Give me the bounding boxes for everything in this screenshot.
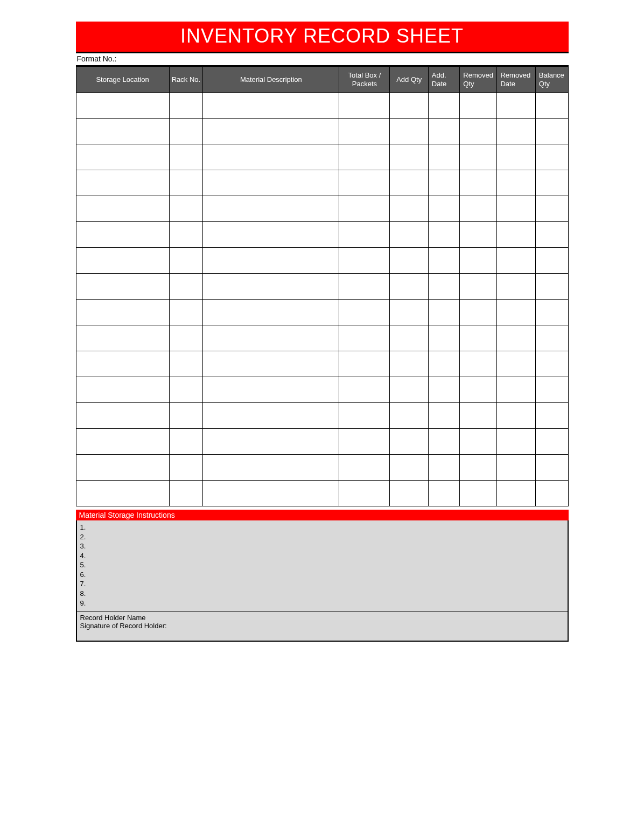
table-cell[interactable] [497, 481, 535, 506]
table-cell[interactable] [169, 248, 203, 274]
table-cell[interactable] [428, 455, 459, 481]
table-cell[interactable] [497, 93, 535, 119]
table-cell[interactable] [339, 300, 390, 325]
table-cell[interactable] [203, 274, 339, 300]
table-cell[interactable] [169, 300, 203, 325]
table-cell[interactable] [203, 481, 339, 506]
table-cell[interactable] [497, 300, 535, 325]
table-cell[interactable] [535, 119, 568, 144]
table-cell[interactable] [460, 429, 497, 455]
table-cell[interactable] [428, 144, 459, 170]
table-cell[interactable] [390, 93, 428, 119]
table-cell[interactable] [460, 144, 497, 170]
table-cell[interactable] [535, 455, 568, 481]
table-cell[interactable] [339, 403, 390, 429]
table-cell[interactable] [428, 429, 459, 455]
table-cell[interactable] [535, 351, 568, 377]
table-cell[interactable] [460, 300, 497, 325]
table-cell[interactable] [390, 248, 428, 274]
table-cell[interactable] [535, 93, 568, 119]
table-cell[interactable] [339, 222, 390, 248]
table-cell[interactable] [169, 119, 203, 144]
table-cell[interactable] [339, 93, 390, 119]
table-cell[interactable] [428, 300, 459, 325]
table-cell[interactable] [390, 144, 428, 170]
table-cell[interactable] [169, 455, 203, 481]
table-cell[interactable] [460, 93, 497, 119]
table-cell[interactable] [203, 403, 339, 429]
table-cell[interactable] [428, 481, 459, 506]
table-cell[interactable] [203, 170, 339, 196]
table-cell[interactable] [535, 222, 568, 248]
table-cell[interactable] [390, 429, 428, 455]
table-cell[interactable] [339, 248, 390, 274]
table-cell[interactable] [339, 377, 390, 403]
table-cell[interactable] [339, 274, 390, 300]
table-cell[interactable] [460, 403, 497, 429]
table-cell[interactable] [339, 196, 390, 222]
table-cell[interactable] [169, 222, 203, 248]
table-cell[interactable] [390, 351, 428, 377]
table-cell[interactable] [390, 325, 428, 351]
table-cell[interactable] [169, 351, 203, 377]
table-cell[interactable] [203, 300, 339, 325]
table-cell[interactable] [535, 248, 568, 274]
table-cell[interactable] [390, 222, 428, 248]
table-cell[interactable] [203, 93, 339, 119]
table-cell[interactable] [535, 170, 568, 196]
table-cell[interactable] [339, 144, 390, 170]
table-cell[interactable] [169, 429, 203, 455]
table-cell[interactable] [535, 274, 568, 300]
table-cell[interactable] [535, 325, 568, 351]
table-cell[interactable] [497, 429, 535, 455]
table-cell[interactable] [76, 248, 169, 274]
table-cell[interactable] [497, 170, 535, 196]
table-cell[interactable] [535, 144, 568, 170]
table-cell[interactable] [390, 377, 428, 403]
table-cell[interactable] [497, 455, 535, 481]
table-cell[interactable] [497, 144, 535, 170]
table-cell[interactable] [76, 455, 169, 481]
table-cell[interactable] [390, 274, 428, 300]
table-cell[interactable] [428, 377, 459, 403]
table-cell[interactable] [76, 222, 169, 248]
table-cell[interactable] [428, 248, 459, 274]
table-cell[interactable] [76, 274, 169, 300]
table-cell[interactable] [428, 196, 459, 222]
table-cell[interactable] [535, 429, 568, 455]
table-cell[interactable] [497, 351, 535, 377]
table-cell[interactable] [169, 274, 203, 300]
table-cell[interactable] [390, 481, 428, 506]
table-cell[interactable] [390, 119, 428, 144]
table-cell[interactable] [169, 144, 203, 170]
table-cell[interactable] [428, 403, 459, 429]
table-cell[interactable] [460, 222, 497, 248]
table-cell[interactable] [76, 196, 169, 222]
table-cell[interactable] [76, 119, 169, 144]
table-cell[interactable] [428, 93, 459, 119]
table-cell[interactable] [428, 325, 459, 351]
table-cell[interactable] [169, 325, 203, 351]
table-cell[interactable] [497, 248, 535, 274]
table-cell[interactable] [497, 196, 535, 222]
table-cell[interactable] [76, 325, 169, 351]
table-cell[interactable] [460, 377, 497, 403]
table-cell[interactable] [76, 170, 169, 196]
table-cell[interactable] [460, 455, 497, 481]
table-cell[interactable] [203, 222, 339, 248]
table-cell[interactable] [203, 248, 339, 274]
table-cell[interactable] [390, 170, 428, 196]
table-cell[interactable] [428, 170, 459, 196]
table-cell[interactable] [428, 351, 459, 377]
table-cell[interactable] [497, 377, 535, 403]
table-cell[interactable] [339, 351, 390, 377]
table-cell[interactable] [339, 481, 390, 506]
table-cell[interactable] [535, 403, 568, 429]
table-cell[interactable] [535, 481, 568, 506]
table-cell[interactable] [497, 222, 535, 248]
table-cell[interactable] [203, 351, 339, 377]
table-cell[interactable] [460, 248, 497, 274]
table-cell[interactable] [76, 93, 169, 119]
table-cell[interactable] [76, 429, 169, 455]
table-cell[interactable] [497, 325, 535, 351]
